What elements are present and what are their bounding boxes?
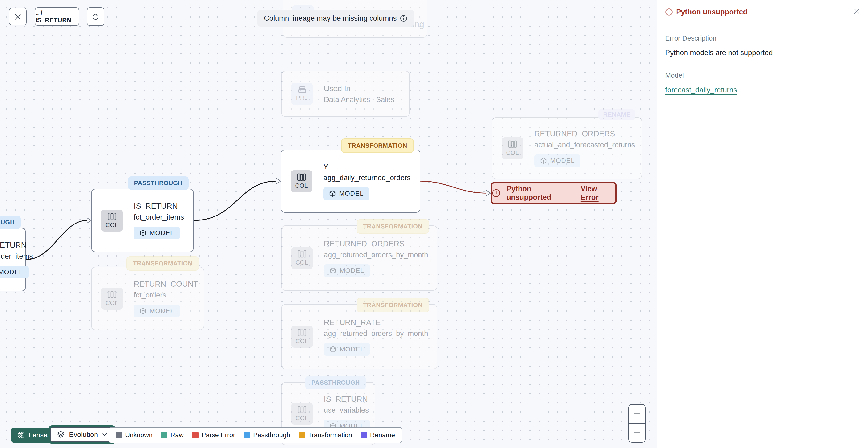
node-subtitle: agg_returned_orders_by_month	[324, 329, 428, 338]
node-subtitle: use_variables	[324, 406, 370, 415]
legend-swatch-rename	[361, 432, 367, 438]
legend-item-rename: Rename	[361, 431, 395, 439]
model-badge-label: MODEL	[339, 190, 364, 198]
node-title: RETURN_RATE	[324, 318, 428, 327]
error-details-sidebar: Python unsupported Error Description Pyt…	[657, 0, 868, 448]
node-returned-orders-rename[interactable]: RENAME COL RETURNED_ORDERS actual_and_fo…	[492, 117, 642, 179]
evolution-dropdown[interactable]: Evolution	[48, 425, 116, 444]
tag-rename: RENAME	[598, 109, 635, 120]
legend-swatch-transformation	[299, 432, 305, 438]
tag-passthrough: PASSTHROUGH	[0, 215, 21, 229]
model-badge: MODEL	[534, 154, 581, 167]
error-node-python-unsupported[interactable]: Python unsupported View Error	[491, 182, 617, 205]
lineage-app: eting PRJ Used In Data Analytics | Sales…	[0, 0, 868, 448]
minus-icon	[633, 429, 641, 437]
legend-item-passthrough: Passthrough	[244, 431, 290, 439]
column-icon: COL	[101, 288, 123, 309]
tag-passthrough: PASSTHROUGH	[305, 376, 366, 389]
legend-label: Unknown	[125, 431, 153, 439]
zoom-out-button[interactable]	[629, 424, 645, 442]
model-badge-label: MODEL	[150, 307, 174, 315]
node-is-return[interactable]: PASSTHROUGH COL IS_RETURN fct_order_item…	[91, 189, 194, 252]
model-badge: MODEL	[134, 227, 180, 239]
column-icon: COL	[502, 137, 524, 159]
arrowhead-icon	[486, 190, 491, 196]
zoom-controls	[628, 404, 646, 443]
node-return-rate[interactable]: TRANSFORMATION COL RETURN_RATE agg_retur…	[281, 304, 437, 369]
legend-item-parse-error: Parse Error	[192, 431, 235, 439]
prj-badge-label: PRJ	[296, 94, 308, 101]
project-icon: PRJ	[291, 83, 313, 105]
model-badge: MODEL	[323, 187, 370, 200]
node-returned-orders-month[interactable]: TRANSFORMATION COL RETURNED_ORDERS agg_r…	[281, 226, 437, 291]
model-badge-label: MODEL	[150, 229, 174, 237]
breadcrumb[interactable]: .. / IS_RETURN	[35, 7, 79, 26]
node-title: RETURN_COUNT	[134, 279, 198, 289]
zoom-in-button[interactable]	[629, 405, 645, 424]
close-icon	[14, 13, 22, 20]
warning-icon	[665, 8, 673, 16]
close-button[interactable]	[9, 8, 27, 25]
info-icon[interactable]	[400, 14, 407, 22]
column-icon: COL	[291, 247, 313, 269]
node-y-agg-daily-returned-orders[interactable]: TRANSFORMATION COL Y agg_daily_returned_…	[281, 150, 420, 213]
legend-label: Passthrough	[253, 431, 290, 439]
plus-icon	[633, 410, 641, 418]
evolution-label: Evolution	[69, 430, 98, 439]
legend-item-unknown: Unknown	[116, 431, 153, 439]
legend-swatch-parse-error	[192, 432, 198, 438]
col-badge-label: COL	[105, 222, 118, 229]
lineage-warning-banner: Column lineage may be missing columns	[257, 10, 414, 27]
node-subtitle: actual_and_forecasted_returns	[534, 141, 635, 149]
node-cut-left[interactable]: PASSTHROUGH COL IS_RETURN fct_order_item…	[0, 228, 26, 291]
column-icon: COL	[291, 403, 313, 425]
model-badge-label: MODEL	[340, 346, 364, 353]
node-return-count[interactable]: TRANSFORMATION COL RETURN_COUNT fct_orde…	[91, 267, 204, 330]
model-badge: MODEL	[0, 266, 29, 278]
sidebar-header: Python unsupported	[657, 0, 868, 25]
legend-label: Transformation	[308, 431, 352, 439]
error-description-label: Error Description	[665, 34, 717, 42]
node-subtitle: Data Analytics | Sales	[324, 95, 394, 104]
model-badge: MODEL	[324, 264, 370, 277]
column-icon: COL	[291, 326, 313, 348]
legend-label: Raw	[170, 431, 184, 439]
lens-aperture-icon	[17, 431, 25, 439]
lineage-canvas[interactable]: eting PRJ Used In Data Analytics | Sales…	[0, 0, 657, 448]
model-badge-label: MODEL	[550, 157, 575, 165]
tag-transformation: TRANSFORMATION	[126, 256, 199, 271]
legend-label: Rename	[370, 431, 395, 439]
legend-swatch-passthrough	[244, 432, 250, 438]
edge-cutleft-to-isreturn	[26, 220, 87, 260]
lineage-legend: Unknown Raw Parse Error Passthrough Tran…	[108, 427, 402, 443]
refresh-icon	[91, 12, 100, 21]
col-badge-label: COL	[105, 300, 118, 306]
model-badge-label: MODEL	[340, 267, 364, 274]
legend-item-raw: Raw	[161, 431, 184, 439]
col-badge-label: COL	[295, 182, 308, 189]
edge-yagg-to-error	[420, 181, 486, 193]
node-title: IS_RETURN	[324, 395, 370, 404]
model-badge: MODEL	[324, 343, 370, 356]
model-badge-label: MODEL	[0, 268, 23, 276]
legend-swatch-unknown	[116, 432, 122, 438]
banner-text: Column lineage may be missing columns	[264, 14, 397, 23]
lenses-label: Lenses	[29, 431, 51, 439]
arrowhead-icon	[87, 218, 91, 223]
node-title: RETURNED_ORDERS	[534, 129, 635, 138]
warning-icon	[492, 189, 500, 198]
view-error-link[interactable]: View Error	[581, 185, 615, 202]
column-icon: COL	[101, 210, 123, 232]
col-badge-label: COL	[506, 149, 519, 156]
chevron-down-icon	[102, 433, 107, 436]
node-used-in[interactable]: PRJ Used In Data Analytics | Sales	[281, 71, 410, 117]
model-link[interactable]: forecast_daily_returns	[665, 86, 737, 94]
tag-passthrough: PASSTHROUGH	[128, 176, 189, 190]
tag-transformation: TRANSFORMATION	[356, 219, 429, 234]
tag-transformation: TRANSFORMATION	[356, 298, 429, 312]
refresh-button[interactable]	[87, 7, 104, 26]
arrowhead-icon	[276, 178, 281, 184]
edge-isreturn-to-yagg	[194, 181, 276, 220]
node-title: Used In	[324, 84, 394, 93]
sidebar-close-button[interactable]	[854, 8, 860, 14]
